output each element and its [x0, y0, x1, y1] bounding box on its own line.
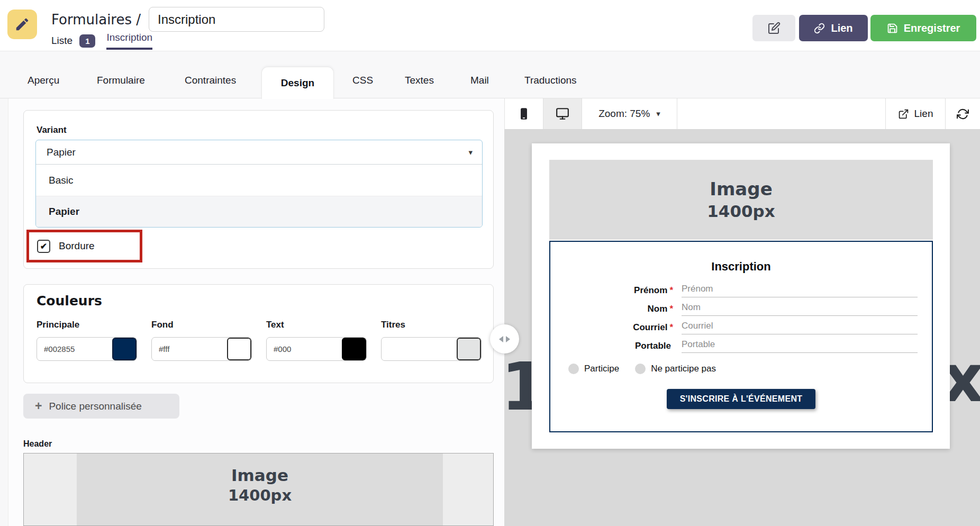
prenom-input[interactable]: Prénom: [682, 284, 918, 297]
sub-nav-inscription-active[interactable]: Inscription: [106, 32, 152, 50]
color-label: Principale: [37, 320, 138, 330]
tab-design-active[interactable]: Design: [261, 67, 334, 99]
color-field-fond: Fond: [151, 320, 253, 361]
field-label: Prénom: [634, 285, 667, 295]
variant-select: Papier ▾ Basic Papier: [35, 140, 483, 228]
add-custom-font-button[interactable]: + Police personnalisée: [23, 394, 179, 419]
color-swatch[interactable]: [342, 338, 366, 360]
preview-lien-button[interactable]: Lien: [885, 98, 945, 129]
form-title-input[interactable]: [149, 7, 324, 32]
tab-contraintes[interactable]: Contraintes: [185, 75, 236, 86]
tab-mail[interactable]: Mail: [470, 75, 489, 86]
preview-canvas: 10 x Image 1400px Inscription Prénom* Pr…: [504, 130, 980, 526]
field-label: Portable: [635, 341, 671, 351]
bordure-label: Bordure: [59, 240, 95, 252]
lien-button[interactable]: Lien: [799, 15, 868, 41]
header-section-label: Header: [23, 439, 52, 449]
arrow-left-icon: [499, 336, 503, 342]
arrow-right-icon: [506, 336, 510, 342]
required-asterisk: *: [669, 322, 673, 332]
plus-icon: +: [35, 400, 42, 412]
add-custom-font-label: Police personnalisée: [49, 401, 141, 412]
field-label: Nom: [648, 304, 668, 314]
chevron-down-icon: ▾: [656, 109, 660, 119]
preview-header-image-placeholder: Image 1400px: [549, 160, 933, 240]
radio-participe[interactable]: Participe: [568, 364, 619, 374]
tab-formulaire[interactable]: Formulaire: [97, 75, 145, 86]
pencil-icon: [14, 16, 30, 32]
breadcrumb: Formulaires /: [51, 12, 141, 28]
variant-option-basic-label: Basic: [49, 175, 73, 186]
save-button[interactable]: Enregistrer: [870, 15, 976, 41]
participation-radios: Participe Ne participe pas: [568, 364, 932, 374]
header-image-upload[interactable]: Image 1400px: [23, 453, 494, 526]
panel-resize-handle[interactable]: [490, 324, 519, 353]
color-swatch[interactable]: [112, 338, 137, 360]
courriel-input[interactable]: Courriel: [682, 321, 918, 334]
form-row-portable: Portable Portable: [550, 337, 932, 355]
radio-label: Ne participe pas: [651, 364, 716, 374]
color-label: Titres: [381, 320, 483, 330]
color-field-titres: Titres: [381, 320, 483, 361]
save-button-label: Enregistrer: [904, 22, 960, 34]
tab-traductions[interactable]: Traductions: [524, 75, 577, 86]
variant-option-papier[interactable]: Papier: [36, 196, 482, 227]
variant-select-head[interactable]: Papier ▾: [36, 140, 482, 164]
submit-wrapper: S'INSCRIRE À L'ÉVÉNEMENT: [550, 389, 932, 409]
radio-label: Participe: [584, 364, 619, 374]
mobile-view-button[interactable]: [505, 98, 543, 129]
variant-label: Variant: [37, 125, 67, 135]
subscribe-button[interactable]: S'INSCRIRE À L'ÉVÉNEMENT: [667, 389, 816, 409]
variant-card: Variant Papier ▾ Basic Papier Bordure: [23, 110, 494, 269]
link-icon: [814, 23, 825, 34]
color-label: Fond: [151, 320, 253, 330]
bordure-checkbox[interactable]: [37, 240, 50, 253]
edit-button[interactable]: [752, 15, 795, 41]
zoom-level-label: Zoom: 75%: [598, 108, 650, 120]
color-label: Text: [266, 320, 368, 330]
sub-nav-liste-label[interactable]: Liste: [51, 35, 72, 47]
variant-selected-value: Papier: [47, 147, 76, 158]
color-value-input[interactable]: [37, 338, 112, 360]
zoom-level-dropdown[interactable]: Zoom: 75% ▾: [582, 98, 677, 129]
radio-ne-participe-pas[interactable]: Ne participe pas: [635, 364, 716, 374]
form-app-icon: [7, 10, 37, 39]
desktop-view-button[interactable]: [543, 98, 582, 129]
liste-count-badge: 1: [79, 34, 95, 48]
nom-input[interactable]: Nom: [682, 302, 918, 316]
design-settings-panel: Variant Papier ▾ Basic Papier Bordure Co…: [8, 98, 504, 526]
app: Formulaires / Liste 1 Inscription Lien: [0, 0, 980, 526]
form-row-prenom: Prénom* Prénom: [550, 281, 932, 300]
tab-design-label: Design: [281, 77, 314, 89]
color-value-input[interactable]: [267, 338, 342, 360]
color-value-input[interactable]: [152, 338, 227, 360]
color-value-input[interactable]: [382, 338, 457, 360]
preview-image-text: 1400px: [707, 201, 775, 222]
form-row-nom: Nom* Nom: [550, 300, 932, 318]
header-image-placeholder: Image 1400px: [77, 454, 443, 526]
form-row-courriel: Courriel* Courriel: [550, 318, 932, 337]
tab-apercu[interactable]: Aperçu: [28, 75, 59, 86]
color-swatch[interactable]: [227, 338, 251, 360]
chevron-down-icon: ▾: [468, 148, 473, 157]
color-swatch[interactable]: [457, 338, 481, 360]
sub-nav: Liste 1 Inscription: [51, 32, 152, 49]
couleurs-title: Couleurs: [37, 293, 102, 309]
portable-input[interactable]: Portable: [682, 339, 918, 353]
refresh-icon: [957, 108, 969, 120]
external-link-icon: [898, 108, 909, 120]
preview-toolbar: Zoom: 75% ▾ Lien: [504, 98, 980, 130]
header-image-text: 1400px: [228, 486, 292, 505]
preview-lien-label: Lien: [914, 108, 933, 120]
top-bar: Formulaires / Liste 1 Inscription Lien: [0, 0, 980, 51]
tab-textes[interactable]: Textes: [405, 75, 434, 86]
tab-css[interactable]: CSS: [352, 75, 373, 86]
refresh-preview-button[interactable]: [945, 98, 980, 129]
preview-form-bordered-box: Inscription Prénom* Prénom Nom* Nom Cour…: [549, 241, 933, 432]
tab-bar: Aperçu Formulaire Contraintes Design CSS…: [0, 51, 980, 98]
color-field-principale: Principale: [37, 320, 138, 361]
monitor-icon: [556, 107, 569, 121]
lien-button-label: Lien: [831, 22, 852, 34]
field-label: Courriel: [633, 322, 667, 332]
variant-option-basic[interactable]: Basic: [36, 164, 482, 196]
